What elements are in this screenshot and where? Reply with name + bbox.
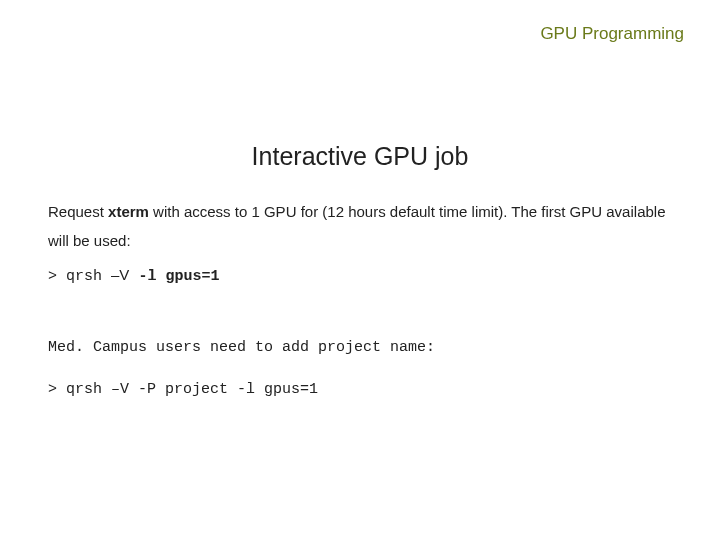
- command-2: > qrsh –V -P project -l gpus=1: [48, 376, 672, 405]
- slide: GPU Programming Interactive GPU job Requ…: [0, 0, 720, 540]
- intro-pre: Request: [48, 203, 108, 220]
- header-label: GPU Programming: [540, 24, 684, 44]
- command-1: > qrsh –V -l gpus=1: [48, 261, 672, 292]
- cmd2-flag: –V: [111, 381, 129, 398]
- cmd1-flag: –V: [111, 266, 129, 283]
- slide-body: Request xterm with access to 1 GPU for (…: [48, 198, 672, 405]
- slide-title: Interactive GPU job: [0, 142, 720, 171]
- cmd1-arg: -l gpus=1: [138, 268, 219, 285]
- cmd2-arg-pre: -P: [138, 381, 165, 398]
- cmd1-prompt: > qrsh: [48, 268, 111, 285]
- intro-term: xterm: [108, 203, 149, 220]
- cmd2-spacer: [129, 381, 138, 398]
- intro-paragraph: Request xterm with access to 1 GPU for (…: [48, 198, 672, 255]
- cmd2-arg-post: -l gpus=1: [228, 381, 318, 398]
- cmd2-prompt: > qrsh: [48, 381, 111, 398]
- cmd2-arg-italic: project: [165, 381, 228, 398]
- note-line: Med. Campus users need to add project na…: [48, 334, 672, 363]
